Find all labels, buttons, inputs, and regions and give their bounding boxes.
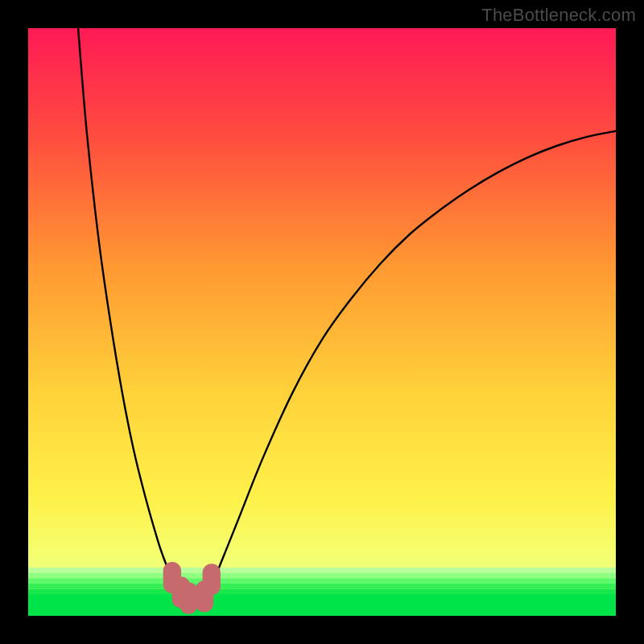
- chart-svg: [28, 28, 616, 616]
- svg-rect-1: [28, 573, 616, 579]
- basin-marker-point: [203, 564, 221, 595]
- chart-frame: TheBottleneck.com: [0, 0, 644, 644]
- svg-rect-5: [28, 594, 616, 616]
- svg-rect-3: [28, 584, 616, 589]
- svg-rect-4: [28, 588, 616, 594]
- plot-area: [28, 28, 616, 616]
- svg-rect-2: [28, 578, 616, 584]
- svg-rect-0: [28, 568, 616, 573]
- watermark-text: TheBottleneck.com: [481, 5, 636, 26]
- green-band: [28, 568, 616, 616]
- basin-marker-point: [180, 583, 197, 614]
- gradient-background: [28, 28, 616, 616]
